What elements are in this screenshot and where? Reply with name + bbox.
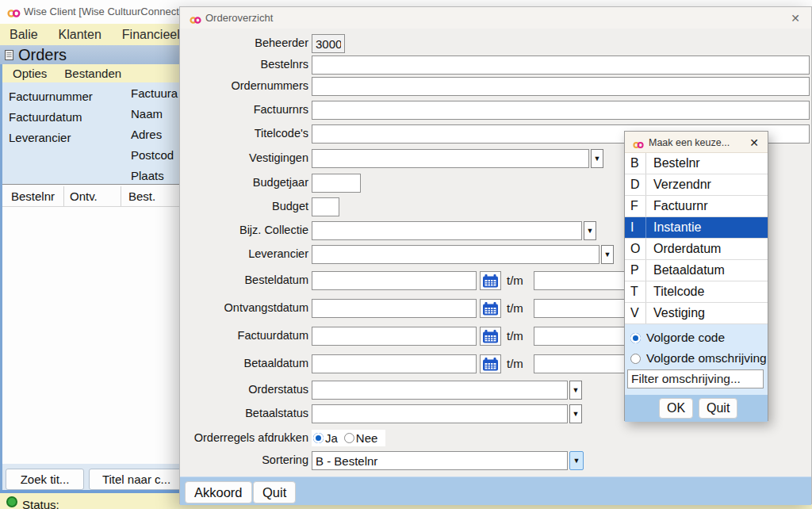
list-item-orderdatum[interactable]: O Orderdatum xyxy=(625,239,768,260)
vestigingen-combo[interactable] xyxy=(312,149,589,168)
list-item-betaaldatum[interactable]: P Betaaldatum xyxy=(625,260,768,281)
volgorde-omschrijving-option[interactable]: Volgorde omschrijving xyxy=(630,351,767,365)
item-code: D xyxy=(625,174,646,195)
factuurdatum-from-input[interactable] xyxy=(312,327,477,346)
sortering-label: Sortering xyxy=(180,454,308,466)
menu-balie[interactable]: Balie xyxy=(10,28,38,42)
calendar-button[interactable] xyxy=(480,271,501,290)
chevron-down-icon[interactable]: ▼ xyxy=(591,149,603,168)
list-item-factuurnr[interactable]: F Factuurnr xyxy=(625,196,768,217)
filter-label-factuurdatum: Factuurdatum xyxy=(9,110,82,124)
menu-klanten[interactable]: Klanten xyxy=(59,28,102,42)
chevron-down-icon[interactable]: ▼ xyxy=(569,451,584,470)
ontvangstdatum-from-input[interactable] xyxy=(312,299,477,318)
dialog-titlebar[interactable]: Orderoverzicht ✕ xyxy=(180,7,811,29)
list-item-vestiging[interactable]: V Vestiging xyxy=(625,303,768,324)
menu-opties[interactable]: Opties xyxy=(13,67,47,80)
betaaldatum-from-input[interactable] xyxy=(312,354,477,373)
budgetjaar-input[interactable] xyxy=(312,174,361,193)
filter-label-adres: Adres xyxy=(131,128,162,141)
chevron-down-icon[interactable]: ▼ xyxy=(584,221,596,240)
tm-label: t/m xyxy=(507,329,523,343)
column-header-best[interactable]: Best. xyxy=(128,189,155,203)
volgorde-code-label: Volgorde code xyxy=(646,331,725,345)
tm-label: t/m xyxy=(507,274,523,287)
wise-logo-icon xyxy=(190,13,201,28)
calendar-button[interactable] xyxy=(480,299,501,318)
column-divider xyxy=(121,186,121,206)
filter-label-leverancier: Leverancier xyxy=(9,131,71,144)
tm-label: t/m xyxy=(507,357,523,370)
radio-volgorde-code[interactable] xyxy=(630,333,641,343)
orderregels-radio-group: Ja Nee xyxy=(312,430,385,446)
popup-quit-button[interactable]: Quit xyxy=(699,398,737,419)
beheerder-label: Beheerder xyxy=(180,36,308,49)
item-label: Factuurnr xyxy=(646,196,768,216)
maak-een-keuze-popup: Maak een keuze... ✕ B Bestelnr D Verzend… xyxy=(624,131,768,421)
column-header-ontv[interactable]: Ontv. xyxy=(70,189,98,203)
radio-ja[interactable] xyxy=(313,433,324,443)
item-code: I xyxy=(625,217,646,238)
volgorde-code-option[interactable]: Volgorde code xyxy=(630,331,725,345)
bijz-collectie-combo[interactable] xyxy=(312,221,582,240)
item-label: Betaaldatum xyxy=(646,260,768,281)
sortering-combo[interactable] xyxy=(312,451,568,470)
chevron-down-icon[interactable]: ▼ xyxy=(569,381,582,400)
list-item-instantie-selected[interactable]: I Instantie xyxy=(625,217,768,239)
calendar-button[interactable] xyxy=(480,327,501,346)
column-divider xyxy=(63,186,64,206)
factuurnrs-input[interactable] xyxy=(312,101,810,120)
calendar-icon xyxy=(483,302,498,316)
betaalstatus-combo[interactable] xyxy=(312,404,568,423)
leverancier-combo[interactable] xyxy=(312,245,599,264)
bestelnrs-label: Bestelnrs xyxy=(180,58,308,71)
radio-volgorde-omschrijving[interactable] xyxy=(630,354,641,364)
list-item-bestelnr[interactable]: B Bestelnr xyxy=(625,153,768,174)
orderstatus-combo[interactable] xyxy=(312,381,568,400)
calendar-button[interactable] xyxy=(480,354,501,373)
filter-label-naam: Naam xyxy=(131,107,163,121)
list-item-verzendnr[interactable]: D Verzendnr xyxy=(625,174,768,196)
column-header-bestelnr[interactable]: Bestelnr xyxy=(11,189,55,203)
betaaldatum-label: Betaaldatum xyxy=(180,357,308,369)
ordernummers-input[interactable] xyxy=(312,77,810,96)
zoek-titel-button[interactable]: Zoek tit... xyxy=(6,469,84,490)
ontvangstdatum-label: Ontvangstdatum xyxy=(180,301,308,314)
budget-input[interactable] xyxy=(312,197,339,216)
orders-footer: Zoek tit... Titel naar c... xyxy=(2,464,182,490)
bestelnrs-input[interactable] xyxy=(312,55,810,75)
chevron-down-icon[interactable]: ▼ xyxy=(601,245,614,264)
factuurnrs-label: Factuurnrs xyxy=(180,103,308,116)
popup-ok-button[interactable]: OK xyxy=(659,398,693,419)
list-item-titelcode[interactable]: T Titelcode xyxy=(625,281,768,303)
dialog-title: Orderoverzicht xyxy=(205,12,273,24)
sort-options-list: B Bestelnr D Verzendnr F Factuurnr I Ins… xyxy=(625,153,768,324)
akkoord-button[interactable]: Akkoord xyxy=(185,481,252,503)
dialog-quit-button[interactable]: Quit xyxy=(253,481,296,503)
chevron-down-icon[interactable]: ▼ xyxy=(569,404,582,423)
orders-table-header: Bestelnr Ontv. Best. xyxy=(2,184,182,207)
radio-nee[interactable] xyxy=(344,433,354,443)
field-row-ordernummers: Ordernummers xyxy=(180,77,811,96)
orders-doc-icon xyxy=(3,49,15,61)
popup-sort-order-section: Volgorde code Volgorde omschrijving xyxy=(625,324,768,395)
status-label: Status: xyxy=(22,498,59,509)
beheerder-input[interactable] xyxy=(312,34,345,53)
titel-naar-button[interactable]: Titel naar c... xyxy=(89,469,184,490)
betaalstatus-label: Betaalstatus xyxy=(180,407,308,419)
menu-financieel[interactable]: Financieel xyxy=(122,28,180,42)
orderregels-label: Orderregels afdrukken xyxy=(180,431,308,444)
orders-table-body[interactable] xyxy=(2,207,182,464)
field-row-factuurnrs: Factuurnrs xyxy=(180,101,811,120)
close-icon[interactable]: ✕ xyxy=(747,136,761,150)
volgorde-omschrijving-label: Volgorde omschrijving xyxy=(646,351,767,365)
filter-label-postcode: Postcod xyxy=(131,148,174,162)
close-icon[interactable]: ✕ xyxy=(787,10,803,26)
popup-title: Maak een keuze... xyxy=(649,137,730,148)
item-label: Bestelnr xyxy=(646,153,768,174)
item-code: F xyxy=(625,196,646,216)
besteldatum-from-input[interactable] xyxy=(312,271,477,290)
menu-bestanden[interactable]: Bestanden xyxy=(64,67,121,80)
filter-omschrijving-input[interactable] xyxy=(627,369,764,388)
popup-titlebar[interactable]: Maak een keuze... ✕ xyxy=(625,132,768,153)
